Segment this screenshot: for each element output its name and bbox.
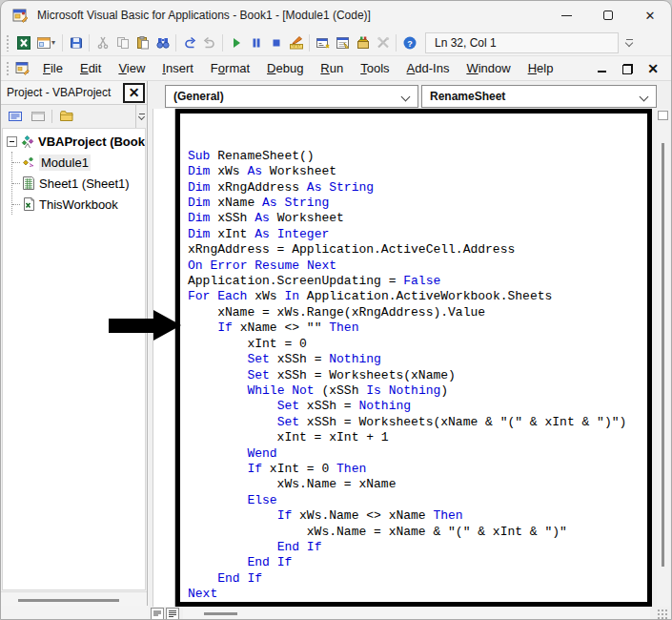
code-line: Next [188,587,647,602]
project-explorer-panel: Project - VBAProject ✕ VBAProject (Book1… [1,81,148,606]
mdi-restore-icon[interactable] [619,60,636,77]
code-line: Dim xName As String [188,196,647,211]
code-vscroll-thumb[interactable] [662,143,664,567]
code-line: xRngAddress = Application.ActiveCell.Add… [188,242,647,258]
code-line: If xWs.Name <> xName Then [188,508,647,524]
code-line: For Each xWs In Application.ActiveWorkbo… [188,289,647,304]
code-line: Sub RenameSheet() [188,149,647,164]
project-panel-toolbar [1,105,147,128]
tree-item-thisworkbook[interactable]: ThisWorkbook [12,194,145,215]
mdi-close-icon[interactable]: ✕ [644,60,662,77]
menu-addins[interactable]: Add-Ins [398,58,458,78]
save-icon[interactable] [66,32,86,53]
dropdown-caret-icon[interactable]: ▾ [51,38,59,47]
minimize-icon[interactable] [545,1,587,30]
menu-file[interactable]: File [34,58,71,78]
code-hscrollbar[interactable] [183,608,650,620]
code-line: On Error Resume Next [188,258,647,274]
reset-icon[interactable] [266,32,286,53]
procedure-view-button[interactable] [151,608,164,620]
code-line: Application.ScreenUpdating = False [188,274,647,289]
vba-app-icon [12,8,29,23]
full-module-view-button[interactable] [166,608,179,620]
view-object-icon[interactable] [29,109,47,125]
toolbar-separator [51,110,52,123]
toolbox-icon[interactable] [373,32,393,53]
resize-grip[interactable] [658,610,668,620]
svg-text:?: ? [407,38,413,48]
workbook-icon [21,196,36,212]
redo-icon[interactable] [199,32,219,53]
collapse-icon[interactable] [7,136,17,147]
toolbar-options-icon[interactable] [622,32,636,53]
toolbar-separator [62,34,63,52]
break-icon[interactable] [246,32,266,53]
menu-insert[interactable]: Insert [153,58,202,78]
copy-icon[interactable] [112,32,132,53]
project-tree: VBAProject (Book1)Module1Sheet1 (Sheet1)… [2,128,146,590]
module-icon [21,155,36,170]
cursor-position-indicator: Ln 32, Col 1 [425,32,619,53]
code-line: xName = xWs.Range(xRngAddress).Value [188,305,647,320]
menu-view[interactable]: View [110,58,153,78]
code-line: Dim xRngAddress As String [188,180,647,196]
paste-icon[interactable] [132,32,153,53]
toolbar-separator [89,34,90,52]
project-explorer-icon[interactable] [313,32,333,53]
project-panel-hscrollbar[interactable] [1,591,147,606]
find-icon[interactable] [153,32,173,53]
menubar-grip[interactable] [6,61,10,76]
menu-run[interactable]: Run [312,58,352,78]
code-line: If xName <> "" Then [188,320,647,336]
code-hscroll-thumb[interactable] [204,612,237,615]
run-icon[interactable] [226,32,246,53]
mdi-minimize-icon[interactable] [593,60,610,77]
tree-item-module1[interactable]: Module1 [12,152,145,173]
toolbar-separator [396,34,397,52]
object-browser-icon[interactable] [353,32,373,53]
menu-format[interactable]: Format [202,58,258,78]
toolbar-grip[interactable] [6,34,10,52]
code-line: Else [188,493,647,508]
tree-item-sheet1sheet1[interactable]: Sheet1 (Sheet1) [12,173,145,194]
project-panel-title: Project - VBAProject [7,86,123,99]
title-bar: Microsoft Visual Basic for Applications … [1,1,671,30]
code-line: While Not (xSSh Is Nothing) [188,383,647,399]
properties-window-icon[interactable] [333,32,353,53]
project-panel-close-icon[interactable]: ✕ [123,83,145,103]
excel-view-icon[interactable] [13,32,33,53]
standard-toolbar: ▾? Ln 32, Col 1 [1,30,671,56]
menu-bar: FileEditViewInsertFormatDebugRunToolsAdd… [1,56,671,81]
object-dropdown[interactable]: (General) [165,85,418,108]
code-line: xWs.Name = xName & "(" & xInt & ")" [188,525,647,540]
code-editor[interactable]: Sub RenameSheet()Dim xWs As WorksheetDim… [175,109,652,607]
project-panel-hscroll-thumb[interactable] [18,599,119,602]
code-window-bottom-bar [149,607,671,620]
menu-tools[interactable]: Tools [352,58,397,78]
help-icon[interactable]: ? [399,32,419,53]
code-line: xWs.Name = xName [188,477,647,492]
menu-window[interactable]: Window [458,58,519,78]
insert-userform-icon[interactable] [33,32,53,53]
code-line: Dim xInt As Integer [188,227,647,242]
menu-debug[interactable]: Debug [258,58,312,78]
tree-item-vbaproject[interactable]: VBAProject (Book1) [3,132,145,152]
code-vscroll-button[interactable] [658,111,668,120]
undo-icon[interactable] [179,32,199,53]
code-line: End If [188,555,647,570]
code-vscrollbar[interactable] [657,109,670,607]
design-mode-icon[interactable] [286,32,306,53]
maximize-icon[interactable] [587,1,629,30]
toggle-folders-icon[interactable] [57,109,75,125]
code-line: Set xSSh = Nothing [188,352,647,367]
code-line: Set xSSh = Nothing [188,399,647,414]
menu-edit[interactable]: Edit [71,58,110,78]
close-icon[interactable]: ✕ [629,1,671,30]
view-code-icon[interactable] [6,109,24,125]
procedure-dropdown[interactable]: RenameSheet [421,85,657,108]
toolbar-separator [222,34,223,52]
cut-icon[interactable] [92,32,112,53]
project-panel-options-icon[interactable] [135,105,147,128]
menu-help[interactable]: Help [519,58,562,78]
code-line: Set xSSh = Worksheets(xName) [188,368,647,383]
